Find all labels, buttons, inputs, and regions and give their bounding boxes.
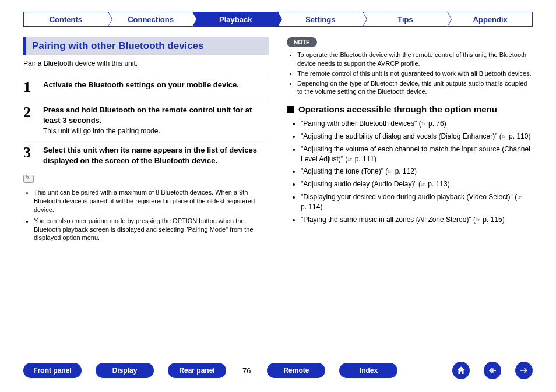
tip-list: This unit can be paired with a maximum o…	[23, 188, 269, 242]
step-title: Select this unit when its name appears i…	[43, 145, 269, 165]
tab-appendix[interactable]: Appendix	[448, 12, 533, 27]
next-page-button[interactable]	[515, 362, 533, 379]
option-item[interactable]: "Adjusting the tone (Tone)" (☞ p. 112)	[301, 167, 533, 176]
step-1: 1 Activate the Bluetooth settings on you…	[23, 75, 269, 100]
prev-page-button[interactable]	[484, 362, 501, 379]
arrow-left-icon	[487, 365, 498, 376]
step-title: Press and hold Bluetooth on the remote c…	[43, 105, 269, 125]
left-column: Pairing with other Bluetooth devices Pai…	[23, 37, 269, 245]
home-button[interactable]	[452, 362, 470, 379]
step-title: Activate the Bluetooth settings on your …	[43, 80, 269, 90]
nav-remote[interactable]: Remote	[267, 363, 325, 378]
page-ref-icon: ☞	[517, 194, 522, 200]
note-item: To operate the Bluetooth device with the…	[297, 51, 533, 68]
square-bullet-icon	[287, 106, 294, 113]
intro-text: Pair a Bluetooth device with this unit.	[23, 59, 269, 68]
step-3: 3 Select this unit when its name appears…	[23, 140, 269, 170]
tab-settings[interactable]: Settings	[278, 12, 363, 27]
tab-tips[interactable]: Tips	[363, 12, 448, 27]
page-ref-icon: ☞	[421, 181, 426, 188]
note-item: Depending on the type of Bluetooth devic…	[297, 79, 533, 97]
option-item[interactable]: "Adjusting audio delay (Audio Delay)" (☞…	[301, 179, 533, 189]
tip-item: You can also enter pairing mode by press…	[34, 217, 269, 243]
page-ref-icon: ☞	[476, 217, 481, 223]
step-description: This unit will go into the pairing mode.	[43, 127, 269, 135]
tip-item: This unit can be paired with a maximum o…	[34, 188, 269, 214]
option-menu-header-text: Operations accessible through the option…	[298, 104, 497, 114]
option-list: "Pairing with other Bluetooth devices" (…	[287, 119, 533, 224]
page-number: 76	[240, 366, 253, 375]
page-ref-icon: ☞	[388, 168, 393, 175]
nav-display[interactable]: Display	[96, 363, 154, 378]
note-list: To operate the Bluetooth device with the…	[287, 51, 533, 96]
tip-icon	[23, 175, 34, 183]
option-item[interactable]: "Displaying your desired video during au…	[301, 192, 533, 212]
step-2: 2 Press and hold Bluetooth on the remote…	[23, 100, 269, 140]
step-number: 1	[23, 80, 43, 95]
content-area: Pairing with other Bluetooth devices Pai…	[0, 27, 556, 245]
page-ref-icon: ☞	[347, 156, 353, 163]
home-icon	[456, 365, 466, 376]
tab-connections[interactable]: Connections	[108, 12, 193, 27]
tab-contents[interactable]: Contents	[23, 12, 108, 27]
option-item[interactable]: "Pairing with other Bluetooth devices" (…	[301, 119, 533, 129]
option-menu-header: Operations accessible through the option…	[287, 104, 533, 114]
option-item[interactable]: "Adjusting the volume of each channel to…	[301, 144, 533, 164]
step-number: 2	[23, 105, 43, 120]
page-ref-icon: ☞	[421, 121, 427, 127]
option-item[interactable]: "Adjusting the audibility of dialog and …	[301, 132, 533, 142]
nav-rear-panel[interactable]: Rear panel	[168, 363, 226, 378]
footer-nav: Front panel Display Rear panel 76 Remote…	[23, 362, 533, 379]
note-item: The remote control of this unit is not g…	[297, 69, 533, 78]
tab-playback[interactable]: Playback	[193, 12, 278, 27]
top-tab-bar: Contents Connections Playback Settings T…	[0, 0, 556, 27]
option-item[interactable]: "Playing the same music in all zones (Al…	[301, 215, 533, 225]
right-column: NOTE To operate the Bluetooth device wit…	[287, 37, 533, 245]
nav-front-panel[interactable]: Front panel	[23, 363, 82, 378]
step-number: 3	[23, 145, 43, 160]
arrow-right-icon	[519, 365, 529, 376]
section-title: Pairing with other Bluetooth devices	[23, 37, 269, 55]
note-badge: NOTE	[287, 37, 317, 47]
page-ref-icon: ☞	[502, 133, 507, 140]
nav-index[interactable]: Index	[339, 363, 397, 378]
